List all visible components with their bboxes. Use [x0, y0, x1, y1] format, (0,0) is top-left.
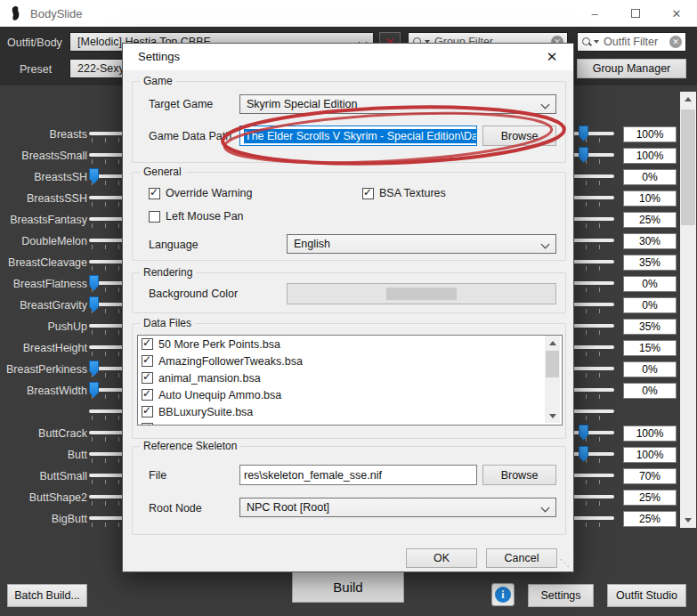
slider-value[interactable]: 25%: [623, 212, 677, 228]
outfit-filter-placeholder: Outfit Filter: [604, 36, 669, 48]
settings-dialog: Settings ✕ Game Target Game Skyrim Speci…: [122, 43, 574, 572]
data-file-item[interactable]: AmazingFollowerTweaks.bsa: [138, 353, 562, 369]
scroll-up-icon[interactable]: [680, 92, 696, 107]
slider-value[interactable]: 100%: [623, 126, 677, 142]
build-button[interactable]: Build: [292, 571, 404, 603]
data-files-list[interactable]: 50 More Perk Points.bsaAmazingFollowerTw…: [137, 335, 563, 426]
slider-value[interactable]: 0%: [623, 169, 677, 185]
resize-grip[interactable]: ⋱: [560, 558, 571, 569]
bsa-textures-checkbox[interactable]: BSA Textures: [362, 187, 446, 199]
slider-value[interactable]: 35%: [623, 319, 677, 335]
maximize-button[interactable]: [615, 0, 656, 27]
outfit-studio-button[interactable]: Outfit Studio: [607, 584, 686, 607]
rendering-group: Rendering Background Color: [132, 272, 566, 313]
game-data-path-value: The Elder Scrolls V Skyrim - Special Edi…: [244, 129, 477, 143]
checkbox-checked-icon[interactable]: [142, 423, 153, 426]
game-data-path-label: Game Data Path: [149, 130, 231, 142]
chevron-down-icon: [541, 101, 550, 109]
target-game-value: Skyrim Special Edition: [247, 98, 357, 110]
scroll-down-icon[interactable]: [680, 513, 696, 528]
slider-value[interactable]: 30%: [623, 233, 677, 249]
info-icon: i: [495, 587, 511, 603]
checkbox-unchecked-icon: [149, 211, 160, 223]
search-icon: [581, 36, 592, 47]
slider-value[interactable]: 0%: [623, 276, 677, 292]
checkbox-checked-icon[interactable]: [142, 338, 153, 350]
slider-label: BreastGravity: [0, 299, 87, 312]
data-files-scrollbar[interactable]: [545, 336, 560, 423]
slider-value[interactable]: 100%: [623, 447, 677, 463]
title-bar[interactable]: BodySlide – ✕: [0, 0, 697, 27]
slider-value[interactable]: 70%: [623, 468, 677, 484]
group-manager-button[interactable]: Group Manager: [577, 59, 686, 78]
slider-panel-scrollbar[interactable]: [680, 92, 696, 528]
slider-label: BigButt: [0, 513, 87, 525]
checkbox-checked-icon[interactable]: [142, 406, 153, 417]
left-mouse-pan-label: Left Mouse Pan: [166, 210, 244, 223]
data-file-item[interactable]: Auto Unequip Ammo.bsa: [138, 386, 562, 403]
slider-value[interactable]: 0%: [623, 383, 677, 399]
general-group-legend: General: [140, 166, 185, 178]
scroll-up-icon[interactable]: [545, 336, 560, 350]
slider-label: ButtSmall: [0, 470, 87, 482]
slider-label: BreastsSH: [0, 171, 87, 183]
slider-value[interactable]: 25%: [623, 511, 677, 527]
slider-value[interactable]: 15%: [623, 340, 677, 356]
data-file-item[interactable]: animal_mansion.bsa: [138, 369, 562, 386]
batch-build-button[interactable]: Batch Build...: [7, 584, 87, 607]
dialog-title-bar[interactable]: Settings ✕: [123, 44, 573, 70]
target-game-combobox[interactable]: Skyrim Special Edition: [239, 94, 556, 114]
ok-button[interactable]: OK: [406, 548, 477, 568]
background-color-label: Background Color: [149, 288, 238, 300]
slider-value[interactable]: 10%: [623, 190, 677, 207]
data-file-name: AmazingFollowerTweaks.bsa: [158, 355, 303, 368]
slider-label: ButtCrack: [0, 427, 87, 440]
outfit-filter-input[interactable]: Outfit Filter ✕: [577, 32, 686, 52]
checkbox-checked-icon: [149, 188, 160, 199]
data-file-item[interactable]: 50 More Perk Points.bsa: [138, 336, 562, 353]
preset-combobox-value: 222-Sexy: [77, 62, 125, 75]
slider-value[interactable]: 0%: [623, 361, 677, 377]
skeleton-browse-button[interactable]: Browse: [482, 465, 556, 485]
language-combobox[interactable]: English: [287, 234, 556, 254]
scrollbar-thumb[interactable]: [681, 109, 695, 225]
scroll-down-icon[interactable]: [545, 409, 560, 423]
minimize-button[interactable]: –: [574, 0, 615, 27]
close-button[interactable]: ✕: [656, 0, 697, 27]
slider-label: BreastsFantasy: [0, 214, 87, 226]
left-mouse-pan-checkbox[interactable]: Left Mouse Pan: [149, 210, 244, 223]
slider-value[interactable]: 100%: [623, 148, 677, 164]
data-file-item[interactable]: BBLuxurySuite.bsa: [138, 403, 562, 420]
settings-button[interactable]: Settings: [528, 584, 594, 607]
game-data-path-browse-button[interactable]: Browse: [482, 126, 556, 146]
chevron-down-icon: [541, 504, 550, 513]
general-group: General Override Warning BSA Textures Le…: [132, 172, 566, 261]
data-file-item[interactable]: [138, 420, 562, 426]
root-node-combobox[interactable]: NPC Root [Root]: [239, 498, 556, 517]
bsa-textures-label: BSA Textures: [379, 187, 446, 199]
window-title: BodySlide: [30, 7, 83, 20]
slider-value[interactable]: 25%: [623, 490, 677, 506]
slider-value[interactable]: 100%: [623, 426, 677, 442]
override-warning-checkbox[interactable]: Override Warning: [149, 187, 253, 199]
color-swatch: [386, 288, 456, 299]
slider-label: BreastHeight: [0, 342, 87, 354]
background-color-button[interactable]: [287, 283, 556, 304]
dialog-close-button[interactable]: ✕: [541, 47, 563, 67]
slider-value[interactable]: 0%: [623, 297, 677, 313]
data-file-name: BBLuxurySuite.bsa: [158, 406, 253, 418]
language-value: English: [294, 238, 330, 250]
clear-icon[interactable]: ✕: [669, 36, 682, 48]
slider-label: BreastPerkiness: [0, 363, 87, 376]
dialog-title: Settings: [138, 50, 180, 63]
checkbox-checked-icon[interactable]: [142, 389, 153, 401]
checkbox-checked-icon[interactable]: [142, 372, 153, 384]
game-data-path-input[interactable]: The Elder Scrolls V Skyrim - Special Edi…: [239, 126, 477, 146]
scrollbar-thumb[interactable]: [546, 351, 559, 377]
slider-value[interactable]: 35%: [623, 255, 677, 271]
slider-label: BreastWidth: [0, 385, 87, 397]
cancel-button[interactable]: Cancel: [486, 548, 557, 568]
skeleton-file-input[interactable]: res\skeleton_female_sse.nif: [239, 465, 477, 485]
info-button[interactable]: i: [491, 583, 515, 606]
checkbox-checked-icon[interactable]: [142, 355, 153, 367]
